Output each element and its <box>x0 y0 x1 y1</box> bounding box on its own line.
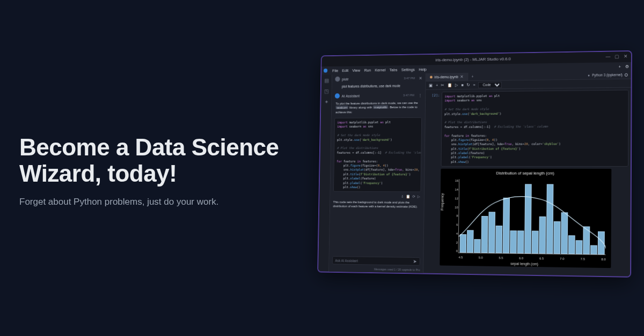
hero: Become a Data Science Wizard, today! For… <box>19 134 309 207</box>
tb-add-icon[interactable]: + <box>436 83 438 88</box>
tb-restart-icon[interactable]: ↻ <box>466 83 470 87</box>
user-message-header: piotr 3:47 PM ✕ <box>332 73 426 84</box>
hero-title: Become a Data Science Wizard, today! <box>19 134 309 187</box>
histogram-bar <box>546 184 554 254</box>
histogram-bar <box>575 240 582 254</box>
hero-title-line2: Wizard, today! <box>19 160 177 186</box>
histogram-bar <box>590 245 597 255</box>
histogram-bar <box>583 226 590 255</box>
histogram-bars <box>459 180 606 255</box>
ai-name: AI Assistant <box>342 94 360 98</box>
window-controls: — ▢ ✕ <box>606 54 628 59</box>
code-copy-icon[interactable]: 📋 <box>406 195 410 199</box>
code-toolbar: ⇩ 📋 ⟳ ▷ <box>330 193 424 200</box>
plot-ylabel: Frequency <box>440 193 444 210</box>
histogram-bar <box>568 235 575 254</box>
plot-xlabel: sepal length (cm) <box>440 261 611 267</box>
tb-cut-icon[interactable]: ✂ <box>441 83 445 88</box>
new-launcher-button[interactable]: + <box>619 64 621 69</box>
histogram-bar <box>510 230 517 253</box>
tb-stop-icon[interactable]: ■ <box>461 83 463 87</box>
user-name: piotr <box>342 77 349 81</box>
plot-area: 1614121086420 4.55.05.56.06.57.07.58.0 <box>458 180 606 256</box>
histogram-bar <box>488 212 495 253</box>
tb-save-icon[interactable]: ▣ <box>429 83 433 88</box>
tab-filename: iris-demo.ipynb <box>434 75 458 79</box>
notebook-content: [2]: import matplotlib.pyplot as plt imp… <box>423 88 631 277</box>
histogram-bar <box>553 221 560 254</box>
kernel-indicator[interactable]: ● Python 3 (ipykernel) <box>584 73 631 77</box>
code-download-icon[interactable]: ⇩ <box>401 195 404 199</box>
rail-files-icon[interactable]: ▤ <box>324 78 328 84</box>
histogram-bar <box>524 184 532 253</box>
hero-subtitle: Forget about Python problems, just do yo… <box>19 197 309 207</box>
minimize-button[interactable]: — <box>606 54 611 59</box>
histogram-bar <box>517 230 524 253</box>
close-button[interactable]: ✕ <box>624 54 628 59</box>
user-avatar <box>335 77 340 82</box>
tab-dirty-icon <box>430 76 433 78</box>
histogram-bar <box>539 216 546 254</box>
plot-output: Distribution of sepal length (cm) Freque… <box>440 169 611 268</box>
maximize-button[interactable]: ▢ <box>614 54 619 59</box>
histogram-bar <box>459 234 466 253</box>
app-body: ▤ ◳ ✦ piotr 3:47 PM ✕ plot features dist… <box>318 71 631 277</box>
notebook-panel: iris-demo.ipynb ✕ + ● Python 3 (ipykerne… <box>423 71 631 277</box>
histogram-bar <box>532 230 539 254</box>
menu-view[interactable]: View <box>352 68 360 73</box>
user-time: 3:47 PM <box>404 77 415 80</box>
histogram-bar <box>474 239 481 253</box>
menu-run[interactable]: Run <box>364 68 371 72</box>
tb-run-icon[interactable]: ▷ <box>455 83 458 87</box>
lib-matplotlib: matplotlib <box>373 106 388 109</box>
menu-kernel[interactable]: Kernel <box>375 68 385 72</box>
code-regenerate-icon[interactable]: ⟳ <box>412 195 415 199</box>
rail-ai-icon[interactable]: ✦ <box>324 99 328 105</box>
histogram-bar <box>495 226 502 253</box>
cell-code[interactable]: import matplotlib.pyplot as plt import s… <box>441 90 629 167</box>
cell-prompt: [2]: <box>427 92 440 167</box>
dismiss-message-button[interactable]: ✕ <box>419 76 423 80</box>
code-cell[interactable]: [2]: import matplotlib.pyplot as plt imp… <box>427 90 628 167</box>
ai-intro-text: To plot the feature distributions in dar… <box>332 100 425 116</box>
plot-title: Distribution of sepal length (cm) <box>441 171 611 176</box>
histogram-bar <box>598 231 605 255</box>
hero-title-line1: Become a Data Science <box>19 134 279 160</box>
lib-seaborn: seaborn <box>335 106 348 109</box>
code-run-icon[interactable]: ▷ <box>418 195 420 199</box>
ask-placeholder: Ask AI Assistant <box>335 258 358 262</box>
tab-close-button[interactable]: ✕ <box>460 74 464 79</box>
chat-panel: piotr 3:47 PM ✕ plot features distributi… <box>329 73 426 273</box>
histogram-bar <box>481 216 488 253</box>
tb-runall-icon[interactable]: » <box>473 83 475 87</box>
ai-footer-text: This code sets the background to dark mo… <box>330 199 424 210</box>
menu-settings[interactable]: Settings <box>401 67 415 72</box>
kernel-status-icon <box>625 73 628 76</box>
kernel-name: Python 3 (ipykernel) <box>592 73 623 77</box>
ask-ai-input[interactable]: Ask AI Assistant ➤ <box>332 256 420 266</box>
ai-avatar <box>335 93 340 99</box>
menu-help[interactable]: Help <box>419 67 426 72</box>
tb-copy-icon[interactable]: 📋 <box>448 83 452 88</box>
menu-tabs[interactable]: Tabs <box>390 68 398 72</box>
cell-type-select[interactable]: Code <box>478 81 502 88</box>
ai-menu-button[interactable]: ⋮ <box>418 93 422 98</box>
ai-time: 3:47 PM <box>403 94 414 97</box>
window-title: iris-demo.ipynb (2) - MLJAR Studio v0.6.… <box>435 56 510 62</box>
app-icon <box>324 69 327 73</box>
send-icon[interactable]: ➤ <box>413 259 418 264</box>
histogram-bar <box>561 212 568 255</box>
histogram-bar <box>503 198 510 253</box>
app-window: iris-demo.ipynb (2) - MLJAR Studio v0.6.… <box>318 51 631 277</box>
y-ticks: 1614121086420 <box>448 179 458 252</box>
menu-file[interactable]: File <box>332 68 338 73</box>
histogram-bar <box>467 230 474 253</box>
rail-running-icon[interactable]: ◳ <box>324 88 328 94</box>
new-tab-button[interactable]: + <box>469 74 477 78</box>
x-ticks: 4.55.05.56.06.57.07.58.0 <box>458 256 605 261</box>
notebook-tab[interactable]: iris-demo.ipynb ✕ <box>426 73 469 81</box>
ai-message-header: AI Assistant 3:47 PM ⋮ <box>332 91 425 101</box>
ai-code-block: import matplotlib.pyplot as plt import s… <box>333 117 422 192</box>
settings-icon[interactable]: ⚙ <box>625 64 629 69</box>
menu-edit[interactable]: Edit <box>342 68 348 73</box>
